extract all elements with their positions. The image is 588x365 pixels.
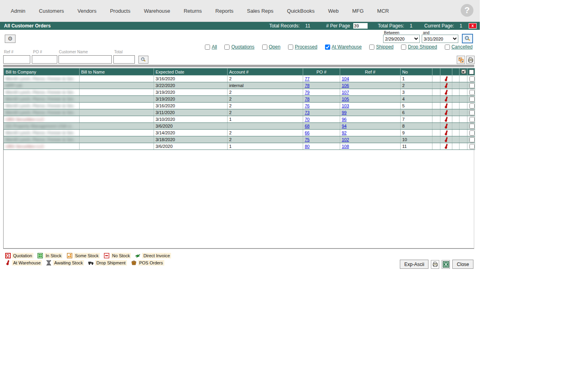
ref-link[interactable]: 99: [342, 110, 347, 115]
menu-item-quickbooks[interactable]: QuickBooks: [287, 8, 314, 14]
po-link[interactable]: 79: [305, 90, 310, 95]
po-link[interactable]: 70: [305, 117, 310, 122]
status-filter-all[interactable]: All: [205, 44, 217, 50]
horizontal-scrollbar[interactable]: [3, 65, 474, 67]
status-label[interactable]: Cancelled: [452, 44, 473, 50]
col-no[interactable]: No: [401, 68, 432, 76]
po-link[interactable]: 80: [305, 144, 310, 149]
date-to-select[interactable]: 3/31/2020: [422, 35, 458, 43]
col-bill-to-company[interactable]: Bill to Company: [4, 68, 80, 76]
status-label[interactable]: Quotations: [231, 44, 254, 50]
col-ref[interactable]: Ref #: [340, 68, 401, 76]
status-filter-at-warehouse[interactable]: At Warehouse: [325, 44, 362, 50]
ref-link[interactable]: 94: [342, 124, 347, 128]
menu-item-mcr[interactable]: MCR: [377, 8, 389, 14]
po-input[interactable]: [32, 55, 57, 64]
cell-select[interactable]: [467, 136, 475, 143]
po-link[interactable]: 78: [305, 83, 310, 88]
status-label[interactable]: Drop Shipped: [408, 44, 437, 50]
status-filter-open[interactable]: Open: [262, 44, 280, 50]
row-checkbox[interactable]: [469, 76, 475, 82]
exp-ascii-button[interactable]: Exp-Ascii: [400, 260, 428, 269]
po-link[interactable]: 76: [305, 103, 310, 108]
cell-select[interactable]: [467, 143, 475, 150]
ref-link[interactable]: 103: [342, 103, 349, 108]
date-search-button[interactable]: [462, 34, 473, 43]
status-label[interactable]: Open: [269, 44, 280, 50]
row-checkbox[interactable]: [469, 103, 475, 109]
col-bill-to-name[interactable]: Bill to Name: [80, 68, 154, 76]
status-checkbox-cancelled[interactable]: [445, 45, 450, 50]
row-checkbox[interactable]: [469, 83, 475, 88]
ref-link[interactable]: 106: [342, 83, 349, 88]
row-checkbox[interactable]: [469, 137, 475, 142]
status-label[interactable]: Processed: [295, 44, 317, 50]
menu-item-warehouse[interactable]: Warehouse: [144, 8, 170, 14]
status-checkbox-all[interactable]: [205, 45, 210, 50]
cell-select[interactable]: [467, 123, 475, 130]
menu-item-admin[interactable]: Admin: [11, 8, 25, 14]
per-page-input[interactable]: [353, 23, 368, 29]
po-link[interactable]: 78: [305, 97, 310, 101]
ref-link[interactable]: 92: [342, 130, 347, 135]
row-checkbox[interactable]: [469, 144, 475, 149]
menu-item-reports[interactable]: Reports: [215, 8, 234, 14]
po-link[interactable]: 68: [305, 124, 310, 128]
field-search-button[interactable]: [138, 56, 148, 64]
status-checkbox-shipped[interactable]: [369, 45, 374, 50]
menu-item-web[interactable]: Web: [328, 8, 339, 14]
cell-select[interactable]: [467, 82, 475, 89]
status-filter-shipped[interactable]: Shipped: [369, 44, 393, 50]
menu-item-vendors[interactable]: Vendors: [78, 8, 97, 14]
po-link[interactable]: 75: [305, 137, 310, 142]
row-checkbox[interactable]: [469, 117, 475, 122]
ref-link[interactable]: 104: [342, 76, 349, 81]
cell-select[interactable]: [467, 89, 475, 96]
status-checkbox-quotations[interactable]: [224, 45, 230, 50]
status-filter-quotations[interactable]: Quotations: [224, 44, 254, 50]
status-checkbox-processed[interactable]: [288, 45, 293, 50]
cell-select[interactable]: [467, 96, 475, 103]
status-checkbox-open[interactable]: [262, 45, 267, 50]
status-filter-cancelled[interactable]: Cancelled: [445, 44, 473, 50]
menu-item-products[interactable]: Products: [110, 8, 130, 14]
customer-input[interactable]: [58, 55, 112, 64]
po-link[interactable]: 77: [305, 76, 310, 81]
settings-gear-button[interactable]: ⚙: [5, 35, 16, 43]
row-checkbox[interactable]: [469, 130, 475, 136]
row-checkbox[interactable]: [469, 110, 475, 115]
cell-select[interactable]: [467, 76, 475, 82]
row-checkbox[interactable]: [469, 90, 475, 95]
close-icon[interactable]: x: [469, 23, 477, 29]
status-checkbox-at-warehouse[interactable]: [325, 45, 330, 50]
date-from-select[interactable]: 2/29/2020: [383, 35, 420, 43]
menu-item-returns[interactable]: Returns: [184, 8, 202, 14]
ref-link[interactable]: 108: [342, 144, 349, 149]
po-link[interactable]: 73: [305, 110, 310, 115]
status-filter-drop-shipped[interactable]: Drop Shipped: [401, 44, 437, 50]
close-button[interactable]: Close: [452, 260, 473, 269]
cell-select[interactable]: [467, 116, 475, 123]
total-input[interactable]: [113, 55, 135, 64]
cell-select[interactable]: [467, 103, 475, 109]
menu-item-customers[interactable]: Customers: [39, 8, 64, 14]
status-label[interactable]: At Warehouse: [332, 44, 362, 50]
status-label[interactable]: All: [212, 44, 217, 50]
cell-select[interactable]: [467, 130, 475, 136]
ref-input[interactable]: [3, 55, 30, 64]
status-filter-processed[interactable]: Processed: [288, 44, 317, 50]
ref-link[interactable]: 107: [342, 90, 349, 95]
po-link[interactable]: 66: [305, 130, 310, 135]
select-all-checkbox[interactable]: [469, 70, 474, 74]
col-select-all[interactable]: [467, 68, 475, 76]
menu-item-sales-reps[interactable]: Sales Reps: [247, 8, 273, 14]
row-checkbox[interactable]: [469, 97, 475, 102]
menu-item-mfg[interactable]: MFG: [352, 8, 364, 14]
export-excel-button[interactable]: [442, 260, 450, 269]
col-account[interactable]: Account #: [228, 68, 303, 76]
ref-link[interactable]: 105: [342, 97, 349, 101]
col-po[interactable]: PO #: [303, 68, 340, 76]
ref-link[interactable]: 96: [342, 117, 347, 122]
col-expected-date[interactable]: Expected Date: [154, 68, 228, 76]
print-report-button[interactable]: [431, 260, 439, 269]
